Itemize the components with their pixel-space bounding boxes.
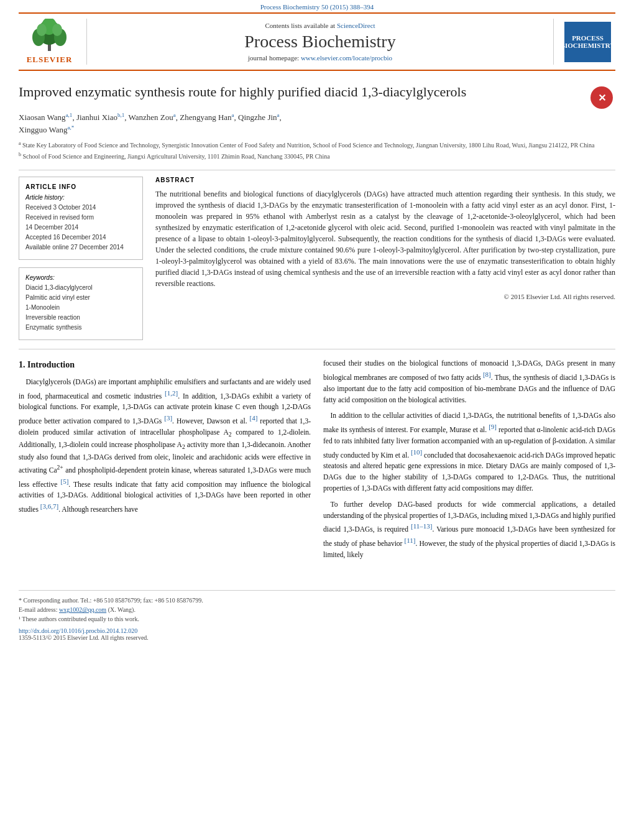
ref-3[interactable]: [3]	[164, 414, 172, 422]
author-jianhui-sup: b,1	[117, 112, 124, 118]
email-name: (X. Wang).	[108, 606, 136, 613]
ref-10[interactable]: [10]	[411, 448, 422, 456]
article-container: Improved enzymatic synthesis route for h…	[0, 71, 634, 578]
body-right-col: focused their studies on the biological …	[323, 358, 615, 565]
keywords-box: Keywords: Diacid 1,3-diacylglycerol Palm…	[19, 267, 143, 340]
history-item-1: Received in revised form	[25, 213, 136, 222]
history-item-2: 14 December 2014	[25, 223, 136, 232]
article-info-abstract-row: ARTICLE INFO Article history: Received 3…	[19, 177, 615, 340]
crossmark-icon: ✕	[590, 86, 613, 109]
ref-1-2[interactable]: [1,2]	[165, 389, 178, 397]
email-link[interactable]: wxg1002@qq.com	[59, 606, 106, 613]
copyright-line: © 2015 Elsevier Ltd. All rights reserved…	[155, 293, 615, 300]
svg-point-6	[52, 24, 62, 36]
keyword-3: Irreversible reaction	[25, 313, 136, 322]
elsevier-logo: ELSEVIER	[19, 19, 87, 65]
ref-11-13[interactable]: [11–13]	[411, 522, 432, 530]
affiliation-a: a State Key Laboratory of Food Science a…	[19, 140, 615, 150]
ref-5[interactable]: [5]	[60, 478, 68, 485]
article-title: Improved enzymatic synthesis route for h…	[19, 83, 466, 101]
email-note: E-mail address: wxg1002@qq.com (X. Wang)…	[19, 605, 615, 614]
affiliation-b: b School of Food Science and Engineering…	[19, 151, 615, 161]
journal-header: ELSEVIER Contents lists available at Sci…	[19, 12, 615, 71]
body-right-para-2: To further develop DAG-based products fo…	[323, 499, 615, 561]
email-label: E-mail address:	[19, 606, 57, 613]
footer-doi-line: http://dx.doi.org/10.1016/j.procbio.2014…	[19, 627, 615, 634]
contents-text: Contents lists available at	[265, 22, 335, 29]
body-right-para-0: focused their studies on the biological …	[323, 358, 615, 405]
section-divider	[19, 349, 615, 349]
history-item-0: Received 3 October 2014	[25, 203, 136, 212]
body-left-col: 1. Introduction Diacylglycerols (DAGs) a…	[19, 358, 311, 565]
author-wanzhen: Wanzhen Zou	[128, 113, 173, 122]
article-history-label: Article history:	[25, 194, 136, 201]
history-item-4: Available online 27 December 2014	[25, 243, 136, 252]
abstract-section: ABSTRACT The nutritional benefits and bi…	[155, 177, 615, 340]
journal-logo-text: PROCESSBIOCHEMISTRY	[561, 34, 615, 49]
affil-b-sup: b	[19, 152, 21, 157]
corresponding-author-note: * Corresponding author. Tel.: +86 510 85…	[19, 596, 615, 605]
author-zhengyang-sup: a	[232, 112, 234, 118]
article-info-box: ARTICLE INFO Article history: Received 3…	[19, 177, 143, 260]
authors-line: Xiaosan Wanga,1, Jianhui Xiaob,1, Wanzhe…	[19, 111, 615, 136]
ref-9[interactable]: [9]	[489, 423, 497, 430]
ref-4[interactable]: [4]	[250, 414, 258, 422]
keyword-0: Diacid 1,3-diacylglycerol	[25, 284, 136, 292]
author-wanzhen-sup: a	[173, 112, 176, 118]
affil-a-sup: a	[19, 141, 21, 146]
affiliations-section: a State Key Laboratory of Food Science a…	[19, 140, 615, 171]
author-xingguo: Xingguo Wang	[19, 125, 68, 134]
elsevier-tree-icon	[26, 19, 73, 53]
sciencedirect-link[interactable]: Contents lists available at ScienceDirec…	[265, 22, 375, 29]
footer-section: * Corresponding author. Tel.: +86 510 85…	[19, 590, 615, 641]
body-right-para-1: In addition to the cellular activities o…	[323, 410, 615, 494]
homepage-url[interactable]: www.elsevier.com/locate/procbio	[301, 54, 392, 62]
intro-heading: 1. Introduction	[19, 358, 311, 372]
journal-homepage: journal homepage: www.elsevier.com/locat…	[248, 54, 392, 62]
doi-link[interactable]: http://dx.doi.org/10.1016/j.procbio.2014…	[19, 627, 137, 634]
body-left-para-0: Diacylglycerols (DAGs) are important amp…	[19, 377, 311, 515]
homepage-label: journal homepage:	[248, 54, 299, 62]
journal-header-center: Contents lists available at ScienceDirec…	[87, 19, 553, 65]
author-zhengyang: Zhengyang Han	[180, 113, 231, 122]
abstract-title: ABSTRACT	[155, 177, 615, 183]
ref-3-6-7[interactable]: [3,6,7]	[40, 502, 58, 510]
author-xingguo-sup: a,*	[68, 124, 75, 131]
author-qingzhe: Qingzhe Jin	[238, 113, 277, 122]
footer-notes: * Corresponding author. Tel.: +86 510 85…	[19, 596, 615, 624]
left-column: ARTICLE INFO Article history: Received 3…	[19, 177, 143, 340]
body-content: 1. Introduction Diacylglycerols (DAGs) a…	[19, 358, 615, 565]
journal-logo: PROCESSBIOCHEMISTRY	[564, 22, 611, 62]
history-item-3: Accepted 16 December 2014	[25, 233, 136, 242]
abstract-text: The nutritional benefits and biological …	[155, 188, 615, 289]
journal-ref-text: Process Biochemistry 50 (2015) 388–394	[260, 3, 374, 11]
article-info-title: ARTICLE INFO	[25, 183, 136, 190]
article-title-row: Improved enzymatic synthesis route for h…	[19, 83, 615, 111]
svg-point-5	[37, 24, 47, 36]
footer-issn: 1359-5113/© 2015 Elsevier Ltd. All right…	[19, 634, 615, 641]
keyword-2: 1-Monoolein	[25, 303, 136, 312]
author-jianhui: Jianhui Xiao	[76, 113, 117, 122]
journal-logo-box: PROCESSBIOCHEMISTRY	[553, 19, 615, 65]
elsevier-label: ELSEVIER	[27, 55, 73, 65]
ref-8[interactable]: [8]	[483, 371, 491, 378]
affil-b-text: School of Food Science and Engineering, …	[23, 153, 330, 160]
affil-a-text: State Key Laboratory of Food Science and…	[22, 142, 594, 149]
keywords-label: Keywords:	[25, 274, 136, 281]
equal-contribution-note: ¹ These authors contributed equally to t…	[19, 614, 615, 624]
author-qingzhe-sup: a	[277, 112, 280, 118]
ref-11b[interactable]: [11]	[405, 537, 416, 544]
crossmark-badge[interactable]: ✕	[590, 86, 615, 111]
author-xiaosan-sup: a,1	[66, 112, 73, 118]
sciencedirect-anchor[interactable]: ScienceDirect	[337, 22, 375, 29]
keyword-4: Enzymatic synthesis	[25, 323, 136, 332]
journal-title: Process Biochemistry	[244, 32, 395, 52]
keyword-1: Palmitic acid vinyl ester	[25, 293, 136, 302]
author-xiaosan: Xiaosan Wang	[19, 113, 66, 122]
journal-reference: Process Biochemistry 50 (2015) 388–394	[0, 0, 634, 12]
